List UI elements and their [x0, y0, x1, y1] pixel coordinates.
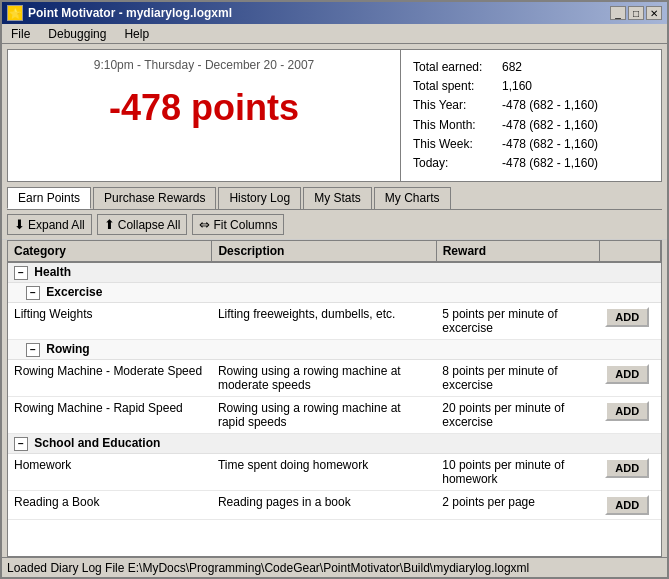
table-row: Rowing Machine - Rapid Speed Rowing usin… [8, 397, 661, 434]
subgroup-excercise-label: Excercise [46, 285, 102, 299]
window-title: Point Motivator - mydiarylog.logxml [28, 6, 232, 20]
expand-all-label: Expand All [28, 218, 85, 232]
main-window: ⭐ Point Motivator - mydiarylog.logxml _ … [0, 0, 669, 579]
status-text: Loaded Diary Log File E:\MyDocs\Programm… [7, 561, 529, 575]
item-reading-reward: 2 points per page [436, 491, 599, 520]
item-lifting-name: Lifting Weights [8, 303, 212, 340]
item-reading-name: Reading a Book [8, 491, 212, 520]
add-reading-button[interactable]: ADD [605, 495, 649, 515]
table-row: Reading a Book Reading pages in a book 2… [8, 491, 661, 520]
expand-all-button[interactable]: ⬇ Expand All [7, 214, 92, 235]
school-toggle-icon[interactable]: − [14, 437, 28, 451]
this-year-value: -478 (682 - 1,160) [502, 96, 598, 115]
tab-history-log[interactable]: History Log [218, 187, 301, 209]
tab-my-stats[interactable]: My Stats [303, 187, 372, 209]
app-icon: ⭐ [7, 5, 23, 21]
col-header-description: Description [212, 241, 436, 262]
item-homework-desc: Time spent doing homework [212, 454, 436, 491]
this-year-label: This Year: [413, 96, 498, 115]
collapse-all-button[interactable]: ⬆ Collapse All [97, 214, 188, 235]
status-bar: Loaded Diary Log File E:\MyDocs\Programm… [2, 557, 667, 577]
title-bar-buttons: _ □ ✕ [610, 6, 662, 20]
today-value: -478 (682 - 1,160) [502, 154, 598, 173]
add-rowing-rapid-button[interactable]: ADD [605, 401, 649, 421]
subgroup-rowing: − Rowing [8, 340, 661, 360]
stat-this-month: This Month: -478 (682 - 1,160) [413, 116, 649, 135]
stats-panel: Total earned: 682 Total spent: 1,160 Thi… [401, 50, 661, 181]
menu-bar: File Debugging Help [2, 24, 667, 44]
total-spent-label: Total spent: [413, 77, 498, 96]
item-rowing-rapid-reward: 20 points per minute of excercise [436, 397, 599, 434]
col-header-reward: Reward [436, 241, 599, 262]
item-reading-action: ADD [599, 491, 660, 520]
menu-file[interactable]: File [7, 26, 34, 42]
subgroup-rowing-label: Rowing [46, 342, 89, 356]
table-row: Homework Time spent doing homework 10 po… [8, 454, 661, 491]
rewards-table: Category Description Reward − Health [8, 241, 661, 520]
add-lifting-button[interactable]: ADD [605, 307, 649, 327]
group-health: − Health [8, 262, 661, 283]
tab-purchase-rewards[interactable]: Purchase Rewards [93, 187, 216, 209]
collapse-all-label: Collapse All [118, 218, 181, 232]
this-week-value: -478 (682 - 1,160) [502, 135, 598, 154]
collapse-all-icon: ⬆ [104, 217, 115, 232]
expand-all-icon: ⬇ [14, 217, 25, 232]
item-rowing-mod-desc: Rowing using a rowing machine at moderat… [212, 360, 436, 397]
table-header-row: Category Description Reward [8, 241, 661, 262]
item-lifting-reward: 5 points per minute of excercise [436, 303, 599, 340]
maximize-button[interactable]: □ [628, 6, 644, 20]
group-health-label: Health [34, 265, 71, 279]
title-bar-left: ⭐ Point Motivator - mydiarylog.logxml [7, 5, 232, 21]
add-homework-button[interactable]: ADD [605, 458, 649, 478]
col-header-action [599, 241, 660, 262]
tab-earn-points[interactable]: Earn Points [7, 187, 91, 209]
item-rowing-mod-action: ADD [599, 360, 660, 397]
date-balance-panel: 9:10pm - Thursday - December 20 - 2007 -… [8, 50, 401, 181]
total-earned-value: 682 [502, 58, 522, 77]
date-display: 9:10pm - Thursday - December 20 - 2007 [16, 58, 392, 72]
item-reading-desc: Reading pages in a book [212, 491, 436, 520]
fit-columns-icon: ⇔ [199, 217, 210, 232]
table-row: Rowing Machine - Moderate Speed Rowing u… [8, 360, 661, 397]
minimize-button[interactable]: _ [610, 6, 626, 20]
item-rowing-rapid-action: ADD [599, 397, 660, 434]
col-header-category: Category [8, 241, 212, 262]
close-button[interactable]: ✕ [646, 6, 662, 20]
subgroup-excercise: − Excercise [8, 283, 661, 303]
menu-debugging[interactable]: Debugging [44, 26, 110, 42]
item-homework-action: ADD [599, 454, 660, 491]
item-lifting-action: ADD [599, 303, 660, 340]
total-spent-value: 1,160 [502, 77, 532, 96]
fit-columns-label: Fit Columns [213, 218, 277, 232]
group-school: − School and Education [8, 434, 661, 454]
rowing-toggle-icon[interactable]: − [26, 343, 40, 357]
item-rowing-mod-reward: 8 points per minute of excercise [436, 360, 599, 397]
item-homework-name: Homework [8, 454, 212, 491]
health-toggle-icon[interactable]: − [14, 266, 28, 280]
top-section: 9:10pm - Thursday - December 20 - 2007 -… [7, 49, 662, 182]
content-area: 9:10pm - Thursday - December 20 - 2007 -… [2, 44, 667, 577]
this-month-label: This Month: [413, 116, 498, 135]
stat-this-year: This Year: -478 (682 - 1,160) [413, 96, 649, 115]
add-rowing-mod-button[interactable]: ADD [605, 364, 649, 384]
today-label: Today: [413, 154, 498, 173]
toolbar: ⬇ Expand All ⬆ Collapse All ⇔ Fit Column… [2, 210, 667, 240]
item-homework-reward: 10 points per minute of homework [436, 454, 599, 491]
tabs-bar: Earn Points Purchase Rewards History Log… [7, 187, 662, 210]
stat-this-week: This Week: -478 (682 - 1,160) [413, 135, 649, 154]
stat-total-spent: Total spent: 1,160 [413, 77, 649, 96]
this-month-value: -478 (682 - 1,160) [502, 116, 598, 135]
earn-points-table: Category Description Reward − Health [7, 240, 662, 557]
group-school-label: School and Education [34, 436, 160, 450]
fit-columns-button[interactable]: ⇔ Fit Columns [192, 214, 284, 235]
points-display: -478 points [16, 77, 392, 139]
excercise-toggle-icon[interactable]: − [26, 286, 40, 300]
item-rowing-rapid-name: Rowing Machine - Rapid Speed [8, 397, 212, 434]
title-bar: ⭐ Point Motivator - mydiarylog.logxml _ … [2, 2, 667, 24]
menu-help[interactable]: Help [120, 26, 153, 42]
item-rowing-mod-name: Rowing Machine - Moderate Speed [8, 360, 212, 397]
this-week-label: This Week: [413, 135, 498, 154]
tab-my-charts[interactable]: My Charts [374, 187, 451, 209]
stat-today: Today: -478 (682 - 1,160) [413, 154, 649, 173]
item-lifting-desc: Lifting freeweights, dumbells, etc. [212, 303, 436, 340]
